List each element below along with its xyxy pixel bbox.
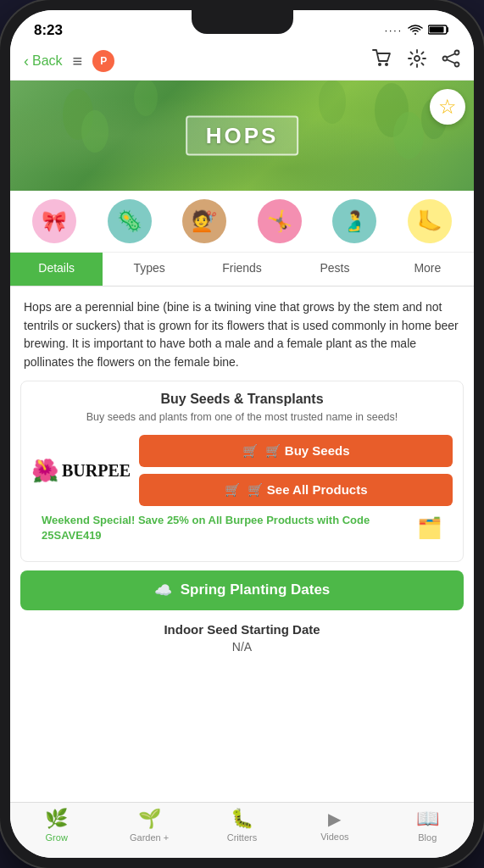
buy-buttons-group: 🛒 🛒 Buy Seeds 🛒 🛒 See All Products bbox=[139, 435, 453, 506]
garden-icon: 🌱 bbox=[138, 808, 161, 830]
garden-label: Garden + bbox=[130, 832, 169, 843]
svg-point-6 bbox=[455, 63, 459, 67]
grow-icon: 🌿 bbox=[45, 808, 68, 830]
svg-point-3 bbox=[385, 63, 388, 66]
share-icon[interactable] bbox=[442, 49, 460, 73]
plant-description: Hops are a perennial bine (bine is a twi… bbox=[10, 287, 474, 381]
spring-planting-button[interactable]: ☁️ Spring Planting Dates bbox=[20, 570, 464, 610]
nav-item-grow[interactable]: 🌿 Grow bbox=[33, 808, 80, 843]
buy-seeds-button[interactable]: 🛒 🛒 Buy Seeds bbox=[139, 435, 453, 467]
tab-bar: Details Types Friends Pests More bbox=[10, 253, 474, 287]
buy-section-title: Buy Seeds & Transplants bbox=[31, 392, 453, 407]
videos-icon: ▶ bbox=[328, 809, 341, 829]
blog-icon: 📖 bbox=[416, 808, 439, 830]
back-chevron-icon: ‹ bbox=[24, 53, 29, 70]
battery-icon bbox=[428, 24, 450, 38]
tab-pests[interactable]: Pests bbox=[288, 253, 381, 286]
critters-label: Critters bbox=[227, 832, 257, 843]
burpee-logo: 🌺 BURPEE bbox=[31, 458, 131, 484]
status-time: 8:23 bbox=[34, 22, 63, 39]
nav-item-videos[interactable]: ▶ Videos bbox=[311, 809, 358, 842]
nav-item-garden[interactable]: 🌱 Garden + bbox=[126, 808, 173, 843]
tab-details[interactable]: Details bbox=[10, 253, 103, 286]
svg-line-9 bbox=[448, 60, 455, 64]
svg-point-2 bbox=[378, 63, 381, 66]
stomach-category-icon[interactable]: 🫃 bbox=[332, 199, 376, 243]
tab-more[interactable]: More bbox=[381, 253, 474, 286]
cart-icon[interactable] bbox=[372, 49, 392, 73]
hero-title: HOPS bbox=[186, 116, 299, 156]
cloud-icon: ☁️ bbox=[154, 581, 172, 599]
settings-icon[interactable] bbox=[408, 49, 426, 73]
coupon-icon: 🗂️ bbox=[417, 516, 442, 540]
cart-see-all-icon: 🛒 bbox=[225, 482, 241, 498]
phone-notch bbox=[192, 10, 293, 34]
category-icon-row: 🎀 🦠 💇 🤸 🫃 🦶 bbox=[10, 191, 474, 253]
tab-friends[interactable]: Friends bbox=[196, 253, 288, 286]
promo-text: Weekend Special! Save 25% on All Burpee … bbox=[42, 513, 409, 543]
wifi-icon bbox=[408, 24, 423, 38]
nav-item-blog[interactable]: 📖 Blog bbox=[404, 808, 451, 843]
see-all-products-button[interactable]: 🛒 🛒 See All Products bbox=[139, 474, 453, 506]
nav-item-critters[interactable]: 🐛 Critters bbox=[219, 808, 265, 843]
microbe-category-icon[interactable]: 🦠 bbox=[108, 199, 152, 243]
svg-point-5 bbox=[455, 51, 459, 55]
hamburger-icon[interactable]: ≡ bbox=[73, 52, 83, 71]
blog-label: Blog bbox=[418, 832, 437, 843]
svg-point-7 bbox=[443, 57, 448, 61]
star-icon: ☆ bbox=[438, 95, 457, 119]
patreon-icon: P bbox=[100, 55, 107, 67]
buy-logo-row: 🌺 BURPEE 🛒 🛒 Buy Seeds 🛒 🛒 See All Produ… bbox=[31, 435, 453, 506]
svg-point-15 bbox=[134, 81, 158, 116]
hair-category-icon[interactable]: 💇 bbox=[182, 199, 226, 243]
svg-point-16 bbox=[319, 81, 346, 124]
tab-types[interactable]: Types bbox=[103, 253, 195, 286]
critters-icon: 🐛 bbox=[231, 808, 253, 830]
burpee-flower-icon: 🌺 bbox=[31, 458, 58, 484]
see-all-label: 🛒 See All Products bbox=[248, 482, 368, 498]
phone-frame: 8:23 ···· bbox=[0, 0, 484, 868]
hero-banner: HOPS ☆ bbox=[10, 81, 474, 191]
back-label: Back bbox=[32, 53, 63, 69]
nav-left: ‹ Back ≡ P bbox=[24, 50, 114, 72]
spring-button-label: Spring Planting Dates bbox=[181, 581, 331, 598]
grow-label: Grow bbox=[46, 832, 68, 843]
signal-dots-icon: ···· bbox=[385, 25, 403, 36]
bottom-nav-bar: 🌿 Grow 🌱 Garden + 🐛 Critters ▶ Videos 📖 … bbox=[10, 802, 474, 858]
na-value: N/A bbox=[10, 640, 474, 662]
cart-buy-icon: 🛒 bbox=[242, 443, 259, 459]
videos-label: Videos bbox=[320, 832, 348, 842]
svg-point-4 bbox=[414, 56, 420, 61]
cancer-category-icon[interactable]: 🎀 bbox=[32, 199, 76, 243]
body-category-icon[interactable]: 🤸 bbox=[258, 199, 302, 243]
patreon-button[interactable]: P bbox=[92, 50, 114, 72]
svg-point-13 bbox=[393, 112, 424, 159]
indoor-seed-label: Indoor Seed Starting Date bbox=[10, 617, 474, 640]
back-button[interactable]: ‹ Back bbox=[24, 53, 63, 70]
burpee-text: BURPEE bbox=[62, 461, 131, 481]
svg-point-11 bbox=[81, 110, 108, 153]
nav-right bbox=[372, 49, 460, 73]
buy-seeds-label: 🛒 Buy Seeds bbox=[265, 443, 350, 459]
buy-section-subtitle: Buy seeds and plants from one of the mos… bbox=[31, 410, 453, 426]
svg-rect-1 bbox=[430, 26, 444, 32]
promo-row: Weekend Special! Save 25% on All Burpee … bbox=[31, 506, 453, 550]
buy-section: Buy Seeds & Transplants Buy seeds and pl… bbox=[20, 381, 464, 562]
main-content: Hops are a perennial bine (bine is a twi… bbox=[10, 287, 474, 802]
svg-line-8 bbox=[448, 54, 455, 58]
status-icons: ···· bbox=[385, 24, 450, 38]
nav-bar: ‹ Back ≡ P bbox=[10, 44, 474, 81]
phone-screen: 8:23 ···· bbox=[10, 10, 474, 858]
foot-category-icon[interactable]: 🦶 bbox=[408, 199, 452, 243]
favorite-button[interactable]: ☆ bbox=[430, 89, 465, 125]
